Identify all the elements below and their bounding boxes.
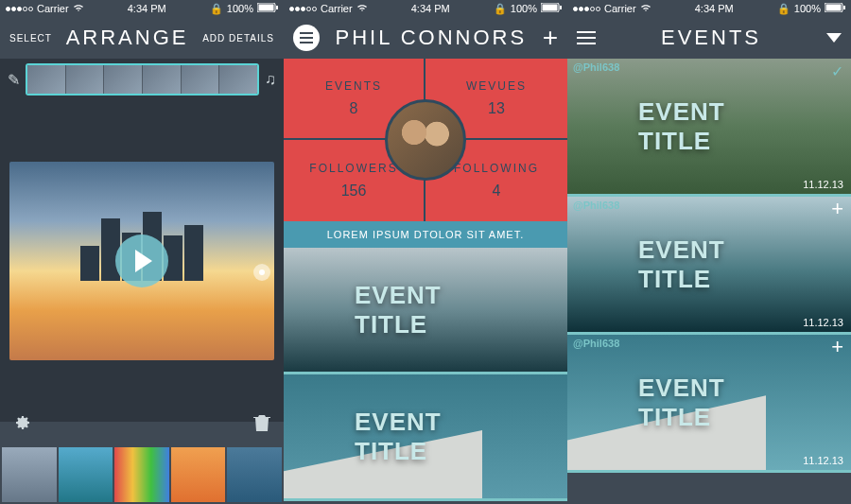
signal-icon (6, 7, 33, 11)
toolbar (0, 413, 284, 440)
event-card[interactable]: EVENT TITLE (284, 374, 567, 501)
pencil-icon[interactable]: ✎ (8, 71, 20, 89)
nav-bar: EVENTS (567, 17, 851, 59)
clip-frame[interactable] (104, 65, 143, 94)
status-bar: Carrier 4:34 PM 🔒 100% (0, 0, 284, 17)
signal-icon (289, 7, 317, 11)
profile-name: PHIL CONNORS (335, 26, 527, 50)
event-title: EVENT TITLE (355, 281, 496, 339)
wifi-icon (356, 3, 368, 14)
thumbnail[interactable] (227, 447, 282, 502)
rotation-lock-icon: 🔒 (210, 3, 223, 15)
events-screen: Carrier 4:34 PM 🔒 100% EVENTS @Phil638 ✓… (567, 0, 851, 504)
wifi-icon (640, 3, 651, 14)
clock: 4:34 PM (695, 3, 734, 14)
event-card[interactable]: @Phil638 + EVENT TITLE 11.12.13 (567, 335, 851, 473)
clip-strip[interactable] (26, 63, 259, 96)
add-details-button[interactable]: ADD DETAILS (202, 33, 274, 43)
event-card[interactable]: @Phil638 + EVENT TITLE 11.12.13 (567, 197, 851, 335)
status-bar: Carrier 4:34 PM 🔒 100% (284, 0, 567, 17)
status-bar: Carrier 4:34 PM 🔒 100% (567, 0, 851, 17)
stats-label: FOLLOWERS (309, 162, 397, 175)
event-title: EVENT TITLE (638, 97, 780, 156)
select-button[interactable]: SELECT (9, 33, 52, 43)
check-icon[interactable]: ✓ (831, 62, 843, 80)
stats-value: 4 (493, 182, 501, 200)
stats-label: FOLLOWING (454, 162, 539, 175)
clip-frame[interactable] (66, 65, 105, 94)
filter-button[interactable] (826, 33, 842, 43)
signal-icon (573, 7, 600, 11)
play-icon (135, 250, 152, 272)
page-title: ARRANGE (66, 26, 189, 50)
event-card[interactable]: EVENT TITLE (284, 248, 567, 374)
avatar[interactable] (385, 99, 466, 181)
trash-icon[interactable] (253, 413, 270, 440)
wifi-icon (73, 3, 84, 14)
clip-frame[interactable] (182, 65, 220, 94)
battery-icon (825, 3, 845, 14)
battery-pct: 100% (794, 3, 821, 14)
menu-button[interactable] (577, 31, 596, 44)
user-handle: @Phil638 (573, 338, 619, 349)
stats-label: EVENTS (325, 79, 382, 93)
battery-pct: 100% (227, 3, 253, 14)
clip-frame[interactable] (143, 65, 182, 94)
page-title: EVENTS (661, 26, 761, 50)
menu-button[interactable] (293, 25, 320, 51)
add-button[interactable]: + (543, 23, 558, 53)
carrier: Carrier (604, 3, 636, 14)
svg-rect-4 (542, 5, 557, 11)
svg-rect-7 (825, 5, 841, 11)
filmstrip: ✎ ♫ (0, 59, 284, 100)
scrub-handle[interactable] (253, 264, 270, 281)
stats-value: 13 (488, 100, 505, 117)
profile-screen: Carrier 4:34 PM 🔒 100% PHIL CONNORS + EV… (284, 0, 567, 504)
clip-frame[interactable] (219, 65, 257, 94)
thumbnail[interactable] (2, 447, 57, 502)
user-handle: @Phil638 (573, 61, 619, 73)
rotation-lock-icon: 🔒 (494, 3, 507, 15)
gear-icon[interactable] (13, 413, 32, 440)
nav-bar: PHIL CONNORS + (284, 17, 567, 59)
thumbnail[interactable] (171, 447, 226, 502)
rotation-lock-icon: 🔒 (777, 3, 790, 15)
video-preview[interactable] (9, 162, 274, 360)
play-button[interactable] (115, 235, 168, 287)
svg-rect-5 (560, 6, 562, 9)
thumbnail[interactable] (114, 447, 169, 502)
carrier: Carrier (37, 3, 69, 14)
battery-pct: 100% (511, 3, 537, 14)
stats-grid: EVENTS 8 WEVUES 13 FOLLOWERS 156 FOLLOWI… (284, 59, 567, 221)
svg-rect-2 (276, 6, 278, 9)
video-preview-area (0, 100, 284, 422)
nav-bar: SELECT ARRANGE ADD DETAILS (0, 17, 284, 59)
thumbnail-row (0, 445, 284, 504)
clock: 4:34 PM (411, 3, 450, 14)
add-icon[interactable]: + (831, 335, 843, 359)
event-date: 11.12.13 (803, 317, 843, 328)
add-icon[interactable]: + (831, 197, 843, 221)
battery-icon (541, 3, 562, 14)
stats-value: 156 (341, 182, 367, 200)
stats-value: 8 (350, 100, 358, 117)
svg-rect-1 (258, 5, 273, 11)
event-title: EVENT TITLE (638, 235, 780, 294)
svg-rect-8 (843, 6, 845, 9)
thumbnail[interactable] (59, 447, 113, 502)
event-title: EVENT TITLE (355, 408, 496, 466)
event-date: 11.12.13 (803, 455, 843, 466)
event-date: 11.12.13 (803, 179, 843, 190)
carrier: Carrier (321, 3, 353, 14)
bio-text: LOREM IPSUM DTOLOR SIT AMET. (284, 221, 567, 248)
event-title: EVENT TITLE (638, 374, 780, 432)
stats-label: WEVUES (466, 79, 527, 93)
clip-frame[interactable] (27, 65, 66, 94)
music-icon[interactable]: ♫ (265, 71, 276, 88)
arrange-screen: Carrier 4:34 PM 🔒 100% SELECT ARRANGE AD… (0, 0, 284, 504)
user-handle: @Phil638 (573, 200, 619, 211)
clock: 4:34 PM (128, 3, 166, 14)
battery-icon (257, 3, 278, 14)
event-card[interactable]: @Phil638 ✓ EVENT TITLE 11.12.13 (567, 59, 851, 197)
